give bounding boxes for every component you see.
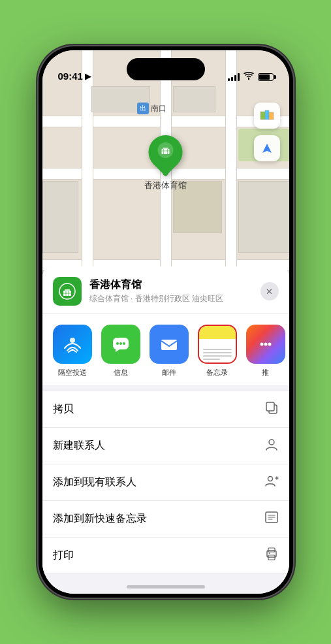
svg-rect-12 — [65, 289, 70, 291]
quick-note-label: 添加到新快速备忘录 — [53, 512, 147, 526]
svg-rect-36 — [268, 548, 275, 552]
map-label-text: 南口 — [151, 103, 166, 114]
svg-point-19 — [119, 342, 122, 345]
dynamic-island — [127, 58, 205, 80]
airdrop-label: 隔空投送 — [58, 368, 87, 378]
message-icon — [101, 325, 140, 364]
venue-name: 香港体育馆 — [89, 278, 260, 292]
map-block-5 — [238, 181, 289, 253]
svg-point-38 — [268, 553, 270, 554]
battery-fill — [259, 74, 270, 80]
action-print[interactable]: 打印 — [42, 538, 289, 574]
marker-label: 香港体育馆 — [144, 180, 187, 191]
notes-line-3 — [203, 355, 232, 357]
status-time: 09:41 ▶ — [58, 71, 91, 82]
venue-info: 香港体育馆 综合体育馆 · 香港特别行政区 油尖旺区 — [89, 278, 260, 304]
signal-bar-1 — [228, 78, 230, 81]
message-label: 信息 — [114, 368, 128, 378]
svg-rect-2 — [269, 112, 274, 120]
svg-point-24 — [268, 343, 271, 346]
signal-bars — [228, 73, 240, 81]
svg-point-28 — [268, 477, 272, 481]
phone-screen: 09:41 ▶ — [42, 50, 289, 594]
venue-icon — [53, 277, 82, 306]
location-button[interactable] — [254, 135, 280, 161]
share-row: 隔空投送 信息 — [42, 314, 289, 385]
svg-point-16 — [70, 338, 75, 343]
venue-header: 香港体育馆 综合体育馆 · 香港特别行政区 油尖旺区 ✕ — [42, 266, 289, 314]
location-marker: 香港体育馆 — [144, 135, 187, 191]
time-label: 09:41 — [58, 71, 83, 82]
share-item-more[interactable]: 推 — [246, 325, 285, 378]
new-contact-label: 新建联系人 — [53, 439, 105, 453]
more-label: 推 — [262, 368, 269, 378]
svg-rect-26 — [266, 402, 274, 411]
notes-line-2 — [203, 352, 232, 353]
more-icon — [246, 325, 285, 364]
bottom-sheet: 香港体育馆 综合体育馆 · 香港特别行政区 油尖旺区 ✕ — [42, 266, 289, 594]
signal-bar-4 — [238, 73, 240, 81]
signal-bar-2 — [231, 77, 233, 81]
svg-rect-0 — [260, 112, 265, 120]
wifi-icon — [244, 72, 254, 82]
add-existing-icon — [264, 474, 279, 491]
svg-point-27 — [269, 440, 274, 445]
map-type-button[interactable] — [254, 103, 280, 129]
svg-rect-21 — [161, 340, 177, 350]
svg-point-18 — [116, 342, 119, 345]
action-new-contact[interactable]: 新建联系人 — [42, 428, 289, 464]
home-indicator — [127, 585, 205, 588]
map-block-3 — [42, 181, 78, 253]
location-arrow-icon: ▶ — [85, 72, 91, 81]
mail-icon — [150, 325, 189, 364]
venue-subtitle: 综合体育馆 · 香港特别行政区 油尖旺区 — [89, 293, 260, 304]
add-existing-label: 添加到现有联系人 — [53, 475, 136, 489]
svg-point-23 — [264, 343, 267, 346]
new-contact-icon — [264, 437, 279, 455]
share-item-message[interactable]: 信息 — [101, 325, 140, 378]
signal-bar-3 — [234, 75, 236, 81]
phone-frame: 09:41 ▶ — [39, 46, 293, 598]
notes-line-4 — [203, 359, 220, 360]
action-copy[interactable]: 拷贝 — [42, 391, 289, 428]
mail-label: 邮件 — [162, 368, 176, 378]
marker-pin — [142, 128, 190, 176]
svg-point-20 — [123, 342, 125, 345]
copy-icon — [264, 400, 279, 418]
map-block-2 — [173, 86, 215, 112]
share-item-airdrop[interactable]: 隔空投送 — [53, 325, 92, 378]
airdrop-icon — [53, 325, 92, 364]
map-controls — [254, 103, 280, 129]
print-icon — [264, 547, 279, 564]
print-label: 打印 — [53, 549, 74, 562]
map-label: 出 南口 — [137, 103, 166, 114]
copy-label: 拷贝 — [53, 402, 74, 416]
marker-icon — [157, 141, 175, 163]
share-item-mail[interactable]: 邮件 — [150, 325, 189, 378]
svg-rect-1 — [265, 110, 269, 120]
quick-note-icon — [264, 510, 279, 528]
svg-rect-5 — [162, 149, 170, 154]
close-button[interactable]: ✕ — [260, 282, 279, 300]
notes-icon — [198, 325, 237, 364]
map-label-tag: 出 — [137, 103, 149, 114]
notes-label: 备忘录 — [206, 368, 228, 378]
notes-line-1 — [203, 349, 232, 350]
svg-point-22 — [260, 343, 263, 346]
notes-icon-inner — [199, 326, 236, 362]
svg-marker-3 — [262, 144, 272, 153]
action-list: 拷贝 新建联系人 — [42, 391, 289, 574]
action-add-existing[interactable]: 添加到现有联系人 — [42, 464, 289, 501]
battery-icon — [258, 73, 274, 81]
status-icons — [228, 72, 274, 82]
action-quick-note[interactable]: 添加到新快速备忘录 — [42, 501, 289, 538]
share-item-notes[interactable]: 备忘录 — [198, 325, 237, 378]
